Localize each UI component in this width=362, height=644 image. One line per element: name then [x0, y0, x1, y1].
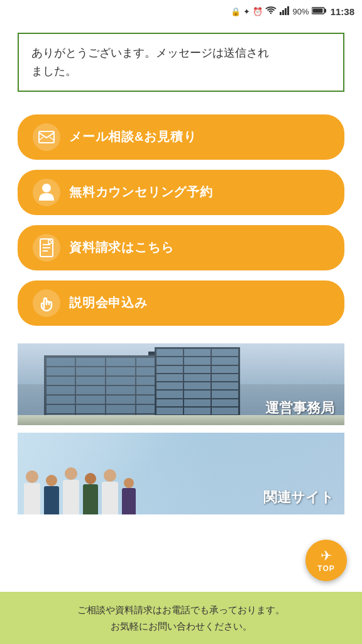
- success-message-line1: ありがとうございます。メッセージは送信され: [31, 44, 331, 62]
- banners-group: 運営事務局: [18, 343, 344, 514]
- related-sites-banner[interactable]: 関連サイト: [18, 433, 344, 514]
- svg-rect-6: [312, 8, 322, 13]
- action-buttons-group: メール相談&お見積り 無料カウンセリング予約: [18, 114, 344, 326]
- email-icon: [33, 123, 60, 151]
- airplane-icon: ✈: [321, 548, 332, 564]
- office-banner[interactable]: 運営事務局: [18, 343, 344, 425]
- svg-rect-0: [280, 12, 282, 15]
- status-bar: 🔒 ✦ ⏰ 90% 1: [0, 0, 362, 23]
- svg-line-8: [39, 137, 43, 140]
- success-message-line2: ました。: [31, 62, 331, 80]
- free-counseling-label: 無料カウンセリング予約: [69, 184, 213, 201]
- svg-rect-1: [282, 10, 284, 15]
- email-consult-button[interactable]: メール相談&お見積り: [18, 114, 344, 160]
- time-display: 11:38: [331, 6, 354, 17]
- footer: ご相談や資料請求はお電話でも承っております。 お気軽にお問い合わせください。: [0, 592, 362, 644]
- battery-percent: 90%: [293, 7, 309, 16]
- person-icon: [33, 179, 60, 206]
- lock-icon: 🔒: [231, 7, 241, 16]
- main-content: ありがとうございます。メッセージは送信され ました。 メール相談&お見積り: [0, 23, 362, 537]
- email-consult-label: メール相談&お見積り: [69, 128, 196, 145]
- svg-rect-2: [285, 8, 287, 15]
- request-materials-label: 資料請求はこちら: [69, 239, 173, 256]
- success-message-box: ありがとうございます。メッセージは送信され ました。: [18, 33, 344, 92]
- seminar-signup-label: 説明会申込み: [69, 294, 148, 311]
- top-label: TOP: [317, 564, 334, 573]
- footer-line2: お気軽にお問い合わせください。: [10, 618, 352, 635]
- svg-rect-5: [324, 9, 326, 13]
- signal-icon: [279, 6, 290, 17]
- wifi-icon: [265, 6, 277, 17]
- free-counseling-button[interactable]: 無料カウンセリング予約: [18, 170, 344, 215]
- top-button[interactable]: ✈ TOP: [305, 540, 347, 581]
- request-materials-button[interactable]: 資料請求はこちら: [18, 225, 344, 270]
- related-sites-banner-label: 関連サイト: [263, 488, 334, 507]
- battery-icon: [312, 6, 327, 17]
- status-icons: 🔒 ✦ ⏰ 90%: [231, 6, 327, 17]
- svg-rect-3: [287, 6, 289, 15]
- alarm-icon: ⏰: [253, 7, 263, 16]
- seminar-signup-button[interactable]: 説明会申込み: [18, 280, 344, 326]
- bluetooth-icon: ✦: [243, 7, 250, 16]
- svg-line-9: [50, 137, 54, 140]
- document-icon: [33, 234, 60, 262]
- hand-point-icon: [33, 289, 60, 317]
- svg-point-10: [42, 184, 51, 192]
- footer-line1: ご相談や資料請求はお電話でも承っております。: [10, 602, 352, 618]
